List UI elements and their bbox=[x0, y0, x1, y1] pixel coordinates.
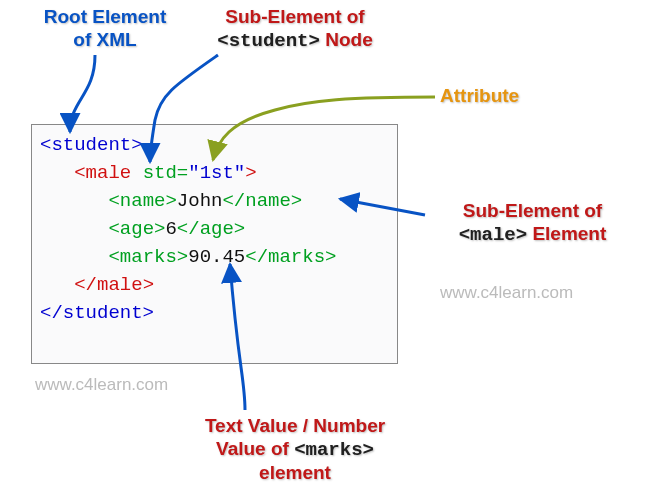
label-tag: <marks> bbox=[294, 439, 374, 461]
label-tag: <student> bbox=[217, 30, 320, 52]
label-text: Node bbox=[320, 29, 373, 50]
code-attr-value: "1st" bbox=[188, 162, 245, 184]
label-text: Sub-Element of bbox=[463, 200, 602, 221]
code-name-open: <name> bbox=[108, 190, 176, 212]
label-text: Sub-Element of bbox=[225, 6, 364, 27]
label-attribute: Attribute bbox=[440, 85, 519, 108]
code-name-close: </name> bbox=[222, 190, 302, 212]
code-age-close: </age> bbox=[177, 218, 245, 240]
code-male-open: <male bbox=[74, 162, 131, 184]
label-text: element bbox=[259, 462, 331, 483]
arrow-root bbox=[70, 55, 95, 132]
code-marks-close: </marks> bbox=[245, 246, 336, 268]
code-male-open-end: > bbox=[245, 162, 256, 184]
label-sub-element-student: Sub-Element of <student> Node bbox=[195, 6, 395, 53]
label-sub-element-male: Sub-Element of <male> Element bbox=[430, 200, 635, 247]
code-marks-open: <marks> bbox=[108, 246, 188, 268]
code-attr-name: std= bbox=[131, 162, 188, 184]
code-male-close: </male> bbox=[74, 274, 154, 296]
label-root-element: Root Element of XML bbox=[20, 6, 190, 52]
label-text-value: Text Value / Number Value of <marks> ele… bbox=[170, 415, 420, 484]
code-student-close: </student> bbox=[40, 302, 154, 324]
code-student-open: <student> bbox=[40, 134, 143, 156]
code-age-text: 6 bbox=[165, 218, 176, 240]
code-age-open: <age> bbox=[108, 218, 165, 240]
watermark-1: www.c4learn.com bbox=[440, 283, 573, 303]
watermark-2: www.c4learn.com bbox=[35, 375, 168, 395]
label-text: Element bbox=[527, 223, 606, 244]
xml-code-box: <student> <male std="1st"> <name>John</n… bbox=[31, 124, 398, 364]
label-tag: <male> bbox=[459, 224, 527, 246]
code-name-text: John bbox=[177, 190, 223, 212]
code-marks-text: 90.45 bbox=[188, 246, 245, 268]
